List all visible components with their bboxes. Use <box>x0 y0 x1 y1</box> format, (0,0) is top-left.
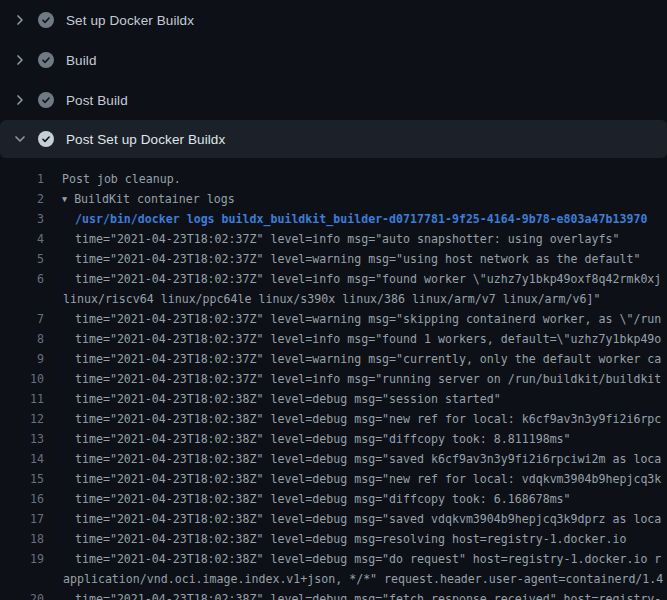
line-number[interactable]: 11 <box>0 389 44 409</box>
log-line-text: time="2021-04-23T18:02:37Z" level=info m… <box>75 269 661 309</box>
check-circle-icon <box>38 52 54 68</box>
log-line: 5 time="2021-04-23T18:02:37Z" level=warn… <box>0 249 667 269</box>
step-row-set-up-docker-buildx[interactable]: Set up Docker Buildx <box>0 0 667 40</box>
log-line-text: time="2021-04-23T18:02:38Z" level=debug … <box>75 589 661 600</box>
log-line-text: time="2021-04-23T18:02:38Z" level=debug … <box>75 509 661 529</box>
step-row-post-set-up-docker-buildx[interactable]: Post Set up Docker Buildx <box>0 120 667 158</box>
log-line-text: time="2021-04-23T18:02:38Z" level=debug … <box>75 529 626 549</box>
log-line-text: time="2021-04-23T18:02:38Z" level=debug … <box>75 449 661 469</box>
steps-list: Set up Docker Buildx Build P <box>0 0 667 158</box>
line-number[interactable]: 12 <box>0 409 44 429</box>
line-number[interactable]: 17 <box>0 509 44 529</box>
line-number[interactable]: 19 <box>0 549 44 569</box>
log-group-toggle[interactable]: ▼BuildKit container logs <box>62 189 235 209</box>
line-number[interactable]: 15 <box>0 469 44 489</box>
line-number[interactable]: 20 <box>0 589 44 600</box>
log-line: 1 Post job cleanup. <box>0 169 667 189</box>
log-line: 8 time="2021-04-23T18:02:37Z" level=info… <box>0 329 667 349</box>
log-line: 12 time="2021-04-23T18:02:38Z" level=deb… <box>0 409 667 429</box>
log-line-text: time="2021-04-23T18:02:37Z" level=info m… <box>75 369 661 389</box>
line-number[interactable]: 14 <box>0 449 44 469</box>
log-line-text: time="2021-04-23T18:02:38Z" level=debug … <box>75 469 661 489</box>
log-line: 13 time="2021-04-23T18:02:38Z" level=deb… <box>0 429 667 449</box>
line-number[interactable]: 10 <box>0 369 44 389</box>
step-row-post-build[interactable]: Post Build <box>0 80 667 120</box>
log-line: 4 time="2021-04-23T18:02:37Z" level=info… <box>0 229 667 249</box>
log-line: 20 time="2021-04-23T18:02:38Z" level=deb… <box>0 589 667 600</box>
log-line-text: time="2021-04-23T18:02:38Z" level=debug … <box>75 549 663 589</box>
check-circle-icon <box>38 92 54 108</box>
chevron-right-icon <box>12 92 28 108</box>
chevron-down-icon <box>12 131 28 147</box>
log-line-text: time="2021-04-23T18:02:38Z" level=debug … <box>75 429 571 449</box>
line-number[interactable]: 13 <box>0 429 44 449</box>
log-line: 16 time="2021-04-23T18:02:38Z" level=deb… <box>0 489 667 509</box>
log-line: 14 time="2021-04-23T18:02:38Z" level=deb… <box>0 449 667 469</box>
disclosure-triangle-icon[interactable]: ▼ <box>62 189 67 209</box>
line-number[interactable]: 9 <box>0 349 44 369</box>
line-number[interactable]: 6 <box>0 269 44 289</box>
line-number[interactable]: 3 <box>0 209 44 229</box>
log-line-text: time="2021-04-23T18:02:38Z" level=debug … <box>75 489 571 509</box>
line-number[interactable]: 1 <box>0 169 44 189</box>
log-line-text: time="2021-04-23T18:02:38Z" level=debug … <box>75 389 501 409</box>
command-line-text: /usr/bin/docker logs buildx_buildkit_bui… <box>75 209 647 229</box>
log-line-continuation: application/vnd.oci.image.index.v1+json,… <box>63 569 663 589</box>
line-number[interactable]: 2 <box>0 189 44 209</box>
log-line: 11 time="2021-04-23T18:02:38Z" level=deb… <box>0 389 667 409</box>
log-line: 17 time="2021-04-23T18:02:38Z" level=deb… <box>0 509 667 529</box>
check-circle-icon <box>38 131 54 147</box>
step-label: Build <box>66 53 97 68</box>
log-lines: 1 Post job cleanup. 2 ▼BuildKit containe… <box>0 158 667 600</box>
line-number[interactable]: 5 <box>0 249 44 269</box>
step-label: Post Build <box>66 93 128 108</box>
log-line-text: Post job cleanup. <box>62 169 181 189</box>
check-circle-icon <box>38 12 54 28</box>
log-line: 2 ▼BuildKit container logs <box>0 189 667 209</box>
step-label: Post Set up Docker Buildx <box>66 132 225 147</box>
log-line-text: time="2021-04-23T18:02:38Z" level=debug … <box>75 409 661 429</box>
log-line: 9 time="2021-04-23T18:02:37Z" level=warn… <box>0 349 667 369</box>
log-line: 7 time="2021-04-23T18:02:37Z" level=warn… <box>0 309 667 329</box>
log-line-text: time="2021-04-23T18:02:37Z" level=warnin… <box>75 309 661 329</box>
line-number[interactable]: 7 <box>0 309 44 329</box>
log-line-continuation: linux/riscv64 linux/ppc64le linux/s390x … <box>63 289 661 309</box>
chevron-right-icon <box>12 12 28 28</box>
log-line-text: time="2021-04-23T18:02:37Z" level=warnin… <box>75 249 640 269</box>
chevron-right-icon <box>12 52 28 68</box>
log-line-text: time="2021-04-23T18:02:37Z" level=warnin… <box>75 349 661 369</box>
step-label: Set up Docker Buildx <box>66 13 194 28</box>
log-line-text: time="2021-04-23T18:02:37Z" level=info m… <box>75 329 661 349</box>
log-line: 3 /usr/bin/docker logs buildx_buildkit_b… <box>0 209 667 229</box>
log-line: 19 time="2021-04-23T18:02:38Z" level=deb… <box>0 549 667 589</box>
log-line: 18 time="2021-04-23T18:02:38Z" level=deb… <box>0 529 667 549</box>
line-number[interactable]: 8 <box>0 329 44 349</box>
log-line: 10 time="2021-04-23T18:02:37Z" level=inf… <box>0 369 667 389</box>
log-line-text: time="2021-04-23T18:02:37Z" level=info m… <box>75 229 619 249</box>
line-number[interactable]: 4 <box>0 229 44 249</box>
line-number[interactable]: 18 <box>0 529 44 549</box>
step-row-build[interactable]: Build <box>0 40 667 80</box>
line-number[interactable]: 16 <box>0 489 44 509</box>
log-line: 6 time="2021-04-23T18:02:37Z" level=info… <box>0 269 667 309</box>
log-line: 15 time="2021-04-23T18:02:38Z" level=deb… <box>0 469 667 489</box>
